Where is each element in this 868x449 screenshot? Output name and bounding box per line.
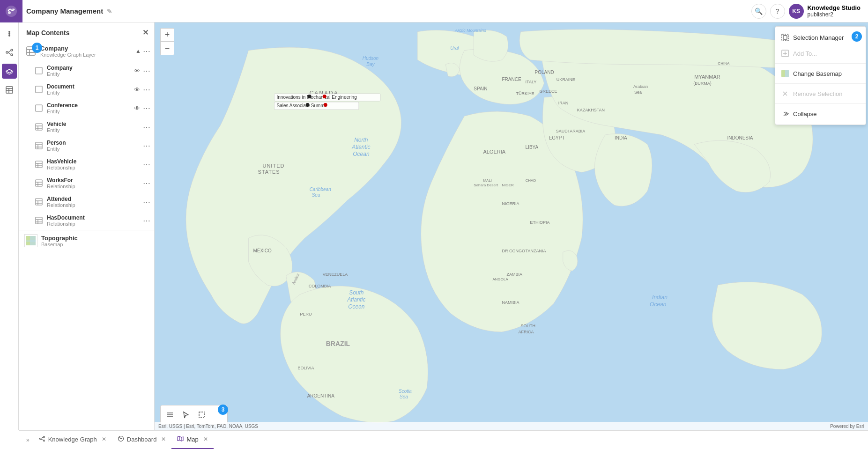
layer-group-info: Company Knowledge Graph Layer — [40, 45, 135, 58]
svg-text:Innovations in Mechanical Engi: Innovations in Mechanical Engineering — [277, 95, 357, 100]
map-area[interactable]: CANADA UNITED STATES MÉXICO BRAZIL ARGEN… — [155, 22, 868, 430]
context-menu: Selection Manager 2 Add To... Change Bas… — [775, 26, 866, 125]
visibility-icon[interactable]: 👁 — [134, 105, 140, 112]
layer-item-person[interactable]: Person Entity ⋯ — [19, 136, 154, 155]
svg-rect-11 — [6, 87, 13, 93]
layer-item-name: WorksFor — [47, 177, 143, 184]
list-view-button[interactable] — [163, 407, 178, 422]
select-button[interactable] — [178, 407, 193, 422]
svg-text:LIBYA: LIBYA — [526, 145, 539, 150]
svg-text:Sea: Sea — [400, 394, 408, 399]
svg-text:MALI: MALI — [483, 178, 492, 183]
svg-point-3 — [8, 31, 10, 33]
avatar: KS — [789, 4, 804, 19]
layer-item-type: Entity — [47, 90, 134, 96]
item-more-button[interactable]: ⋯ — [143, 198, 150, 206]
svg-line-10 — [8, 52, 11, 54]
item-more-button[interactable]: ⋯ — [143, 104, 150, 113]
nav-layers-icon[interactable] — [2, 64, 17, 79]
table-icon — [34, 159, 44, 169]
svg-text:Atlantic: Atlantic — [351, 144, 370, 150]
panel-title: Map Contents — [26, 29, 70, 37]
item-more-button[interactable]: ⋯ — [143, 66, 150, 75]
svg-text:North: North — [354, 137, 368, 143]
layer-item-attended[interactable]: Attended Relationship ⋯ — [19, 192, 154, 211]
tab-knowledge-graph-close[interactable]: ✕ — [102, 436, 106, 442]
layer-item-type: Entity — [47, 71, 134, 77]
context-item-change-basemap[interactable]: Change Basemap — [775, 66, 866, 81]
nav-table-icon[interactable] — [2, 82, 17, 97]
context-item-remove-selection: Remove Selection — [775, 86, 866, 102]
expand-sidebar-button[interactable]: » — [22, 437, 33, 443]
zoom-in-button[interactable]: + — [161, 29, 174, 42]
item-more-button[interactable]: ⋯ — [143, 85, 150, 94]
svg-text:STATES: STATES — [258, 169, 280, 175]
tab-knowledge-graph[interactable]: Knowledge Graph ✕ — [33, 431, 112, 449]
visibility-icon[interactable]: 👁 — [134, 67, 140, 74]
layer-item-name: HasVehicle — [47, 158, 143, 165]
svg-text:SAUDI ARABIA: SAUDI ARABIA — [556, 129, 586, 133]
map-zoom-controls: + − — [160, 28, 174, 55]
svg-point-1 — [8, 11, 11, 14]
layer-item-name: Vehicle — [47, 121, 143, 127]
basemap-name: Topographic — [41, 235, 150, 242]
layer-group-name: Company — [40, 45, 135, 52]
svg-point-6 — [6, 52, 8, 53]
layer-group-more-button[interactable]: ⋯ — [143, 47, 150, 56]
svg-text:FRANCE: FRANCE — [502, 77, 521, 82]
search-button[interactable]: 🔍 — [751, 4, 766, 19]
svg-text:SOUTH: SOUTH — [521, 324, 535, 328]
svg-line-134 — [41, 437, 43, 438]
tab-map[interactable]: Map ✕ — [171, 431, 213, 449]
layer-item-document[interactable]: Document Entity 👁 ⋯ — [19, 80, 154, 99]
layer-item-info: Attended Relationship — [47, 196, 143, 208]
context-item-selection-manager[interactable]: Selection Manager 2 — [775, 29, 866, 45]
layer-item-name: Company — [47, 65, 134, 71]
tab-map-close[interactable]: ✕ — [203, 436, 208, 442]
item-more-button[interactable]: ⋯ — [143, 216, 150, 225]
layer-item-company[interactable]: Company Entity 👁 ⋯ — [19, 61, 154, 80]
context-item-collapse[interactable]: Collapse — [775, 106, 866, 122]
item-more-button[interactable]: ⋯ — [143, 179, 150, 188]
layer-item-vehicle[interactable]: Vehicle Entity ⋯ — [19, 118, 154, 136]
item-more-button[interactable]: ⋯ — [143, 141, 150, 150]
zoom-out-button[interactable]: − — [161, 42, 174, 55]
nav-connections-icon[interactable] — [2, 45, 17, 60]
svg-rect-38 — [36, 199, 42, 205]
layer-item-hasvehicle[interactable]: HasVehicle Relationship ⋯ — [19, 155, 154, 174]
tab-dashboard[interactable]: Dashboard ✕ — [112, 431, 172, 449]
panel-close-button[interactable]: ✕ — [142, 28, 148, 37]
item-more-button[interactable]: ⋯ — [143, 160, 150, 169]
layer-item-hasdocument[interactable]: HasDocument Relationship ⋯ — [19, 211, 154, 230]
context-divider-1 — [775, 63, 866, 64]
username: publisher2 — [808, 11, 861, 18]
visibility-icon[interactable]: 👁 — [134, 86, 140, 93]
layer-item-conference[interactable]: Conference Entity 👁 ⋯ — [19, 99, 154, 118]
svg-rect-48 — [26, 240, 36, 242]
app-name: Knowledge Studio — [808, 4, 861, 11]
svg-point-113 — [306, 103, 310, 107]
dashboard-tab-icon — [118, 435, 124, 443]
layer-group-header[interactable]: 1 Company Knowledge Graph Layer ▲ ⋯ — [19, 41, 154, 61]
layer-group: 1 Company Knowledge Graph Layer ▲ ⋯ — [19, 41, 154, 230]
svg-text:ITALY: ITALY — [526, 80, 537, 84]
layer-item-actions: ⋯ — [143, 179, 150, 188]
rectangle-select-button[interactable] — [194, 407, 209, 422]
nav-back-icon[interactable] — [2, 26, 17, 41]
svg-text:DR CONGO: DR CONGO — [502, 249, 525, 253]
remove-selection-icon — [781, 89, 789, 98]
tab-dashboard-close[interactable]: ✕ — [161, 436, 166, 442]
edit-icon[interactable]: ✎ — [107, 7, 112, 15]
svg-text:BOLIVIA: BOLIVIA — [298, 366, 314, 370]
item-more-button[interactable]: ⋯ — [143, 123, 150, 132]
help-button[interactable]: ? — [770, 4, 785, 19]
context-item-add-to: Add To... — [775, 45, 866, 61]
layer-item-worksfor[interactable]: WorksFor Relationship ⋯ — [19, 174, 154, 192]
context-divider-3 — [775, 103, 866, 104]
layer-item-actions: 👁 ⋯ — [134, 66, 150, 75]
svg-text:TÜRKIYE: TÜRKIYE — [516, 91, 534, 96]
svg-point-4 — [8, 33, 10, 35]
svg-text:INDIA: INDIA — [615, 135, 627, 140]
svg-text:NIGERIA: NIGERIA — [502, 201, 519, 206]
layer-item-type: Relationship — [47, 165, 143, 170]
